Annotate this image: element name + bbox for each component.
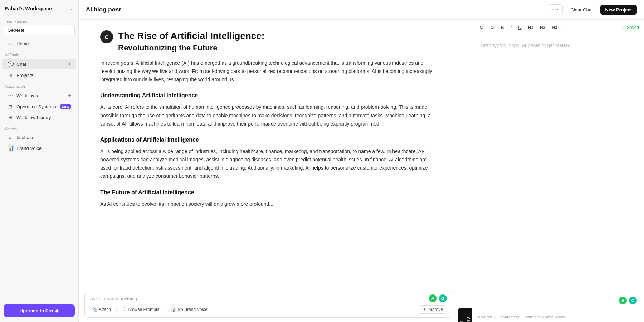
operating-systems-icon: ⊡ bbox=[7, 104, 14, 109]
doc-body: In recent years, Artificial Intelligence… bbox=[100, 59, 436, 208]
doc-intro: In recent years, Artificial Intelligence… bbox=[100, 59, 436, 84]
words-count: 0 words bbox=[478, 315, 492, 319]
document-scroll: C The Rise of Artificial Intelligence: R… bbox=[79, 20, 458, 286]
sidebar-item-label: Workflows bbox=[16, 93, 65, 98]
editor-hint: write a few more words bbox=[525, 315, 565, 319]
separator: | bbox=[164, 306, 166, 313]
sidebar-item-workflows[interactable]: ⋯ Workflows + bbox=[2, 90, 76, 101]
sidebar-item-label: Workflow Library bbox=[16, 115, 71, 120]
sidebar-item-label: Projects bbox=[16, 73, 71, 78]
top-bar: AI blog post ··· Clear Chat New Project bbox=[79, 0, 644, 20]
sidebar-item-operating-systems[interactable]: ⊡ Operating Systems NEW bbox=[2, 102, 76, 112]
teamspaces-label: Teamspaces bbox=[0, 16, 78, 25]
chat-icons: A G bbox=[429, 294, 447, 302]
home-icon: ⌂ bbox=[7, 41, 14, 47]
editor-body[interactable]: Start typing, copy, or paste to get star… bbox=[472, 35, 644, 312]
ai-icon-green: A bbox=[429, 294, 437, 302]
undo-button[interactable]: ↺ bbox=[477, 23, 486, 31]
workspace-selector[interactable]: Fahad's Workspace ⌄ bbox=[0, 0, 78, 16]
content-columns: C The Rise of Artificial Intelligence: R… bbox=[79, 20, 644, 322]
no-brand-voice-button[interactable]: 📊 No Brand Voice bbox=[169, 306, 209, 313]
browse-prompts-button[interactable]: ☰ Browse Prompts bbox=[120, 306, 161, 313]
document-column: C The Rise of Artificial Intelligence: R… bbox=[79, 20, 458, 322]
h3-button[interactable]: H3 bbox=[549, 24, 560, 31]
teamspace-name: General bbox=[8, 28, 24, 33]
infobase-icon: # bbox=[7, 135, 14, 140]
h2-button[interactable]: H2 bbox=[537, 24, 548, 31]
add-chat-icon[interactable]: + bbox=[68, 61, 71, 67]
clear-chat-button[interactable]: Clear Chat bbox=[566, 5, 597, 15]
chat-icon: 💬 bbox=[7, 61, 14, 67]
sidebar-item-workflow-library[interactable]: ⊞ Workflow Library bbox=[2, 112, 76, 122]
improve-button[interactable]: ✦ Improve bbox=[419, 305, 447, 314]
upgrade-label: Upgrade to Pro bbox=[20, 308, 53, 313]
chat-input-box: A G 📎 Attach | ☰ Br bbox=[84, 291, 452, 318]
browse-prompts-label: Browse Prompts bbox=[128, 307, 159, 312]
redo-button[interactable]: ↻ bbox=[488, 23, 497, 31]
chat-input[interactable] bbox=[90, 296, 426, 301]
bold-button[interactable]: B bbox=[498, 23, 506, 31]
new-badge: NEW bbox=[60, 104, 71, 109]
sidebar-item-label: Infobase bbox=[16, 135, 71, 140]
saved-label: Saved bbox=[627, 25, 639, 30]
editor-toolbar: ↺ ↻ B I U H1 H2 H3 ··· ✓ Saved bbox=[472, 20, 644, 35]
more-options-button[interactable]: ··· bbox=[548, 4, 563, 15]
chars-count: 0 characters bbox=[497, 315, 519, 319]
doc-section2-title: Applications of Artificial Intelligence bbox=[100, 135, 436, 145]
chat-input-area: A G 📎 Attach | ☰ Br bbox=[79, 286, 458, 322]
page-title: AI blog post bbox=[86, 6, 544, 13]
improve-label: Improve bbox=[428, 307, 443, 312]
doc-title-block: The Rise of Artificial Intelligence: Rev… bbox=[118, 30, 436, 53]
italic-button[interactable]: I bbox=[508, 23, 514, 31]
chevron-down-icon: ⌄ bbox=[70, 6, 73, 11]
grammarly-icon: G bbox=[629, 297, 637, 304]
doc-section1-body: At its core, AI refers to the simulation… bbox=[100, 103, 436, 128]
workflows-icon: ⋯ bbox=[7, 93, 14, 98]
avatar: C bbox=[100, 30, 113, 43]
chat-toolbar: 📎 Attach | ☰ Browse Prompts | 📊 bbox=[90, 305, 447, 314]
ai-tools-label: AI Tools bbox=[0, 49, 78, 58]
saved-status: ✓ Saved bbox=[622, 25, 639, 30]
sidebar-item-brand-voice[interactable]: 📊 Brand Voice bbox=[2, 143, 76, 153]
separator: • bbox=[494, 315, 496, 319]
close-label: Close bbox=[466, 317, 470, 322]
editor-placeholder: Start typing, copy, or paste to get star… bbox=[481, 43, 635, 48]
attach-label: Attach bbox=[99, 307, 111, 312]
doc-section1-title: Understanding Artificial Intelligence bbox=[100, 91, 436, 100]
chat-input-row: A G bbox=[90, 294, 447, 302]
checkmark-icon: ✓ bbox=[622, 25, 625, 30]
sidebar-item-infobase[interactable]: # Infobase bbox=[2, 132, 76, 142]
diamond-icon: ◆ bbox=[55, 308, 59, 313]
pencil-icon: ✏ bbox=[460, 320, 463, 322]
more-options-button[interactable]: ··· bbox=[561, 23, 570, 31]
no-brand-voice-label: No Brand Voice bbox=[177, 307, 207, 312]
library-icon: ⊞ bbox=[7, 114, 14, 120]
projects-icon: ⊞ bbox=[7, 72, 14, 78]
add-workflow-icon[interactable]: + bbox=[68, 92, 71, 99]
editor-column: ↺ ↻ B I U H1 H2 H3 ··· ✓ Saved bbox=[472, 20, 644, 322]
sidebar: Fahad's Workspace ⌄ Teamspaces General ⌄… bbox=[0, 0, 79, 322]
sidebar-item-label: Chat bbox=[16, 62, 65, 67]
teamspace-selector[interactable]: General ⌄ bbox=[4, 25, 75, 35]
doc-section3-body: As AI continues to evolve, its impact on… bbox=[100, 200, 436, 208]
attach-button[interactable]: 📎 Attach bbox=[90, 306, 113, 313]
brand-voice-icon: 📊 bbox=[171, 307, 176, 312]
sidebar-item-projects[interactable]: ⊞ Projects bbox=[2, 70, 76, 80]
brand-voice-icon: 📊 bbox=[7, 145, 14, 151]
doc-main-title: The Rise of Artificial Intelligence: bbox=[118, 30, 436, 42]
editor-footer: 0 words • 0 characters • write a few mor… bbox=[472, 312, 644, 322]
sidebar-item-label: Home bbox=[16, 41, 71, 47]
document-column-wrapper: C The Rise of Artificial Intelligence: R… bbox=[79, 20, 472, 322]
separator: • bbox=[521, 315, 523, 319]
h1-button[interactable]: H1 bbox=[525, 24, 536, 31]
new-project-button[interactable]: New Project bbox=[600, 5, 637, 15]
upgrade-button[interactable]: Upgrade to Pro ◆ bbox=[4, 304, 75, 317]
sidebar-item-label: Brand Voice bbox=[16, 146, 71, 151]
improve-icon: ✦ bbox=[423, 307, 426, 312]
sidebar-item-home[interactable]: ⌂ Home bbox=[2, 39, 76, 49]
close-panel-button[interactable]: Close ✏ bbox=[458, 308, 472, 322]
top-bar-actions: ··· Clear Chat New Project bbox=[548, 4, 637, 15]
separator: | bbox=[116, 306, 117, 313]
underline-button[interactable]: U bbox=[516, 23, 524, 31]
sidebar-item-chat[interactable]: 💬 Chat + bbox=[2, 59, 76, 69]
